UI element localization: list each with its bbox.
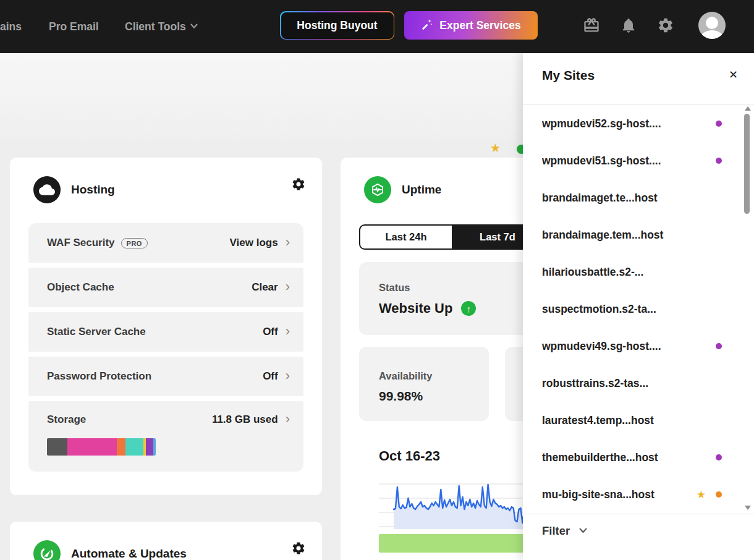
site-flags	[716, 454, 722, 460]
filter-divider	[523, 514, 754, 514]
site-flags	[716, 343, 722, 349]
site-name: mu-big-site-sna...host	[542, 488, 654, 501]
chevron-down-icon	[579, 528, 586, 535]
site-status-dot-purple	[716, 121, 722, 127]
top-navbar: ains Pro Email Client Tools Hosting Buyo…	[0, 0, 754, 53]
hosting-card-title: Hosting	[71, 183, 115, 197]
row-label: Object Cache	[47, 281, 114, 294]
site-list-item[interactable]: hilariousbattle.s2-...	[523, 253, 740, 291]
sites-list: wpmudevi52.sg-host....wpmudevi51.sg-host…	[523, 105, 740, 514]
storage-segment-orange	[117, 438, 125, 456]
hosting-settings-gear-icon[interactable]	[291, 177, 306, 192]
expert-services-label: Expert Services	[439, 19, 520, 32]
site-flags: ★	[697, 490, 722, 500]
status-value-text: Website Up	[379, 300, 452, 316]
close-icon[interactable]: ✕	[729, 69, 738, 80]
response-time-chart	[379, 471, 533, 529]
chevron-down-icon	[190, 23, 197, 30]
hosting-row-storage[interactable]: Storage11.8 GB used›	[28, 401, 303, 472]
sites-scrollbar[interactable]	[743, 105, 751, 514]
hosting-card-header: Hosting	[33, 176, 115, 203]
website-up-arrow-icon: ↑	[461, 301, 476, 316]
site-status-dot-orange	[716, 491, 722, 498]
storage-segment-blue	[153, 438, 156, 456]
nav-item-client-tools-label: Client Tools	[125, 20, 186, 33]
bell-icon[interactable]	[620, 17, 637, 34]
availability-box: Availability 99.98%	[359, 347, 489, 421]
site-status-dot-purple	[716, 158, 722, 164]
nav-item-client-tools[interactable]: Client Tools	[125, 0, 197, 53]
nav-item-domains[interactable]: ains	[0, 0, 22, 53]
expert-services-button[interactable]: Expert Services	[404, 11, 538, 40]
availability-value: 99.98%	[379, 389, 423, 404]
tab-last-24h[interactable]: Last 24h	[360, 226, 452, 248]
hosting-buyout-button[interactable]: Hosting Buyout	[280, 11, 394, 40]
scrollbar-down-arrow-icon[interactable]	[745, 506, 751, 510]
site-name: wpmudevi52.sg-host....	[542, 117, 661, 130]
uptime-card-title: Uptime	[402, 183, 441, 197]
nav-item-pro-email[interactable]: Pro Email	[49, 0, 99, 53]
automate-card-title: Automate & Updates	[71, 547, 187, 560]
site-name: lauratest4.temp...host	[542, 414, 654, 427]
site-name: wpmudevi51.sg-host....	[542, 155, 661, 168]
gift-icon[interactable]	[583, 17, 600, 34]
site-list-item[interactable]: mu-big-site-sna...host★	[523, 476, 740, 513]
hosting-row-static-server-cache[interactable]: Static Server CacheOff›	[28, 312, 303, 352]
site-name: brandaimaget.te...host	[542, 192, 658, 205]
row-value: Off	[263, 326, 278, 338]
chevron-right-icon: ›	[286, 235, 290, 249]
uptime-pulse-icon	[364, 176, 391, 203]
site-name: themebuilderthe...host	[542, 451, 658, 464]
automate-settings-gear-icon[interactable]	[291, 541, 306, 556]
favorite-star-icon[interactable]: ★	[490, 142, 501, 154]
site-list-item[interactable]: lauratest4.temp...host	[523, 402, 740, 439]
chevron-right-icon: ›	[286, 412, 290, 426]
availability-label: Availability	[379, 370, 433, 382]
status-label: Status	[379, 282, 410, 294]
row-label: WAF Security	[47, 237, 115, 249]
hosting-card: Hosting WAF SecurityPROView logs›Object …	[10, 158, 322, 495]
my-sites-panel: My Sites ✕ wpmudevi52.sg-host....wpmudev…	[523, 53, 754, 560]
dashboard-screen: ★ Hosting WAF SecurityPROView logs›Objec…	[0, 0, 754, 560]
uptime-range-tabs: Last 24h Last 7d	[359, 224, 544, 250]
favorite-star-icon: ★	[697, 490, 706, 500]
hosting-buyout-label: Hosting Buyout	[281, 12, 394, 39]
status-value: Website Up ↑	[379, 300, 476, 316]
row-label: Static Server Cache	[47, 326, 146, 338]
magic-wand-icon	[421, 18, 433, 33]
avatar-body	[701, 30, 723, 39]
avatar[interactable]	[698, 12, 726, 39]
nav-item-domains-label: ains	[0, 20, 22, 33]
automate-card: Automate & Updates	[10, 522, 322, 560]
site-list-item[interactable]: wpmudevi49.sg-host....	[523, 328, 740, 365]
scrollbar-up-arrow-icon[interactable]	[745, 106, 751, 111]
hosting-row-waf-security[interactable]: WAF SecurityPROView logs›	[28, 223, 303, 263]
hosting-row-object-cache[interactable]: Object CacheClear›	[28, 268, 303, 307]
site-list-item[interactable]: robusttrains.s2-tas...	[523, 365, 740, 402]
storage-segment-purple	[146, 438, 153, 456]
site-list-item[interactable]: suspectmotion.s2-ta...	[523, 291, 740, 328]
site-name: brandaimage.tem...host	[542, 229, 663, 242]
site-name: robusttrains.s2-tas...	[542, 377, 648, 390]
pro-badge: PRO	[121, 238, 148, 248]
scrollbar-thumb[interactable]	[744, 114, 750, 214]
chevron-right-icon: ›	[286, 369, 290, 383]
avatar-head	[706, 17, 718, 29]
site-name: suspectmotion.s2-ta...	[542, 303, 656, 316]
nav-item-pro-email-label: Pro Email	[49, 20, 99, 33]
filter-toggle[interactable]: Filter	[542, 524, 586, 538]
hosting-row-password-protection[interactable]: Password ProtectionOff›	[28, 357, 303, 396]
site-list-item[interactable]: wpmudevi52.sg-host....	[523, 105, 740, 142]
site-flags	[716, 158, 722, 164]
gear-icon[interactable]	[657, 17, 674, 34]
site-list-item[interactable]: brandaimaget.te...host	[523, 179, 740, 216]
uptime-green-band	[379, 534, 533, 553]
site-list-item[interactable]: wpmudevi51.sg-host....	[523, 142, 740, 179]
storage-segment-pink	[67, 438, 117, 456]
site-list-item[interactable]: brandaimage.tem...host	[523, 216, 740, 253]
site-flags	[716, 121, 722, 127]
site-list-item[interactable]: themebuilderthe...host	[523, 439, 740, 476]
automate-swirl-icon	[33, 540, 61, 560]
uptime-card-header: Uptime	[364, 176, 441, 203]
row-value: 11.8 GB used	[212, 414, 278, 426]
